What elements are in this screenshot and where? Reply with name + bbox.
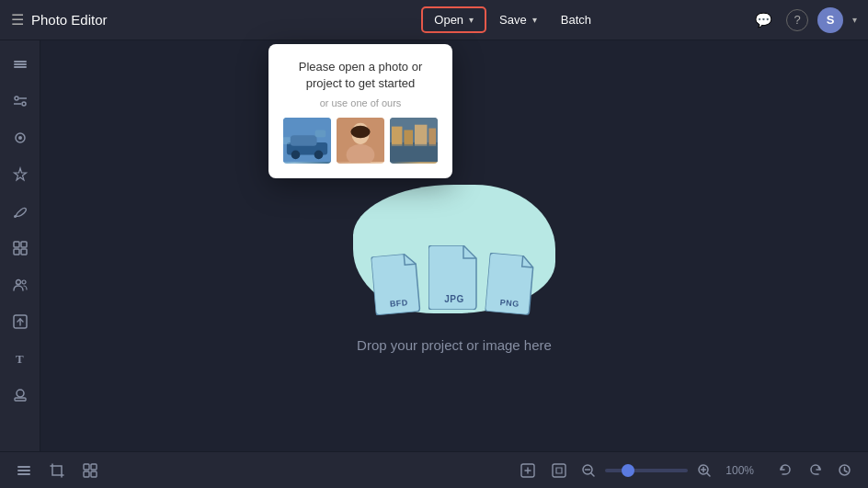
svg-rect-6 [315, 131, 326, 138]
sidebar-item-people[interactable] [4, 268, 37, 301]
app-title: Photo Editor [31, 12, 108, 28]
redo-button[interactable] [802, 458, 828, 483]
svg-rect-39 [17, 466, 30, 468]
drop-zone: BFD JPG PNG [344, 176, 565, 353]
svg-point-37 [17, 390, 24, 397]
history-button[interactable] [831, 458, 857, 483]
svg-rect-28 [14, 242, 19, 247]
svg-rect-13 [392, 127, 403, 146]
undo-button[interactable] [772, 458, 798, 483]
blob-container: BFD JPG PNG [344, 176, 565, 323]
svg-rect-17 [390, 144, 438, 147]
svg-text:T: T [16, 352, 24, 366]
svg-point-33 [22, 280, 26, 284]
batch-label: Batch [561, 13, 591, 27]
layer-panel-button[interactable] [11, 458, 37, 483]
header-right: 💬 ? S ▾ [749, 6, 857, 34]
svg-rect-43 [91, 464, 97, 470]
sidebar: T [0, 40, 40, 451]
svg-rect-16 [428, 129, 436, 146]
dropdown-subtitle: or use one of ours [283, 97, 438, 108]
svg-rect-14 [404, 131, 413, 146]
svg-rect-20 [14, 66, 27, 68]
sidebar-item-adjustments[interactable] [4, 85, 37, 118]
sample-car-image[interactable] [283, 118, 331, 164]
header: ☰ Photo Editor Open ▾ Save ▾ Batch 💬 ? S… [0, 0, 868, 40]
open-chevron-icon: ▾ [469, 15, 474, 25]
sidebar-item-view[interactable] [4, 121, 37, 154]
sidebar-item-layers[interactable] [4, 48, 37, 81]
grid-button[interactable] [77, 458, 103, 483]
avatar-caret-icon[interactable]: ▾ [852, 15, 857, 25]
header-actions: Open ▾ Save ▾ Batch [421, 6, 602, 33]
comment-button[interactable]: 💬 [749, 6, 777, 34]
zoom-value: 100% [721, 464, 754, 477]
save-chevron-icon: ▾ [532, 15, 537, 25]
sample-images [283, 118, 438, 164]
file-icons: BFD JPG PNG [373, 245, 535, 313]
sidebar-item-effects[interactable] [4, 158, 37, 191]
svg-point-32 [16, 280, 20, 285]
bottom-bar: 100% [0, 451, 868, 488]
sample-person-image[interactable] [337, 118, 384, 164]
open-dropdown: Please open a photo or project to get st… [268, 44, 452, 178]
zoom-controls: 100% [515, 458, 754, 483]
sidebar-item-text[interactable]: T [4, 342, 37, 375]
sidebar-item-export[interactable] [4, 305, 37, 338]
svg-point-26 [18, 136, 22, 140]
drop-text: Drop your project or image here [357, 337, 552, 353]
canvas-area[interactable]: BFD JPG PNG [40, 40, 868, 451]
actual-size-button[interactable] [546, 458, 572, 483]
svg-rect-2 [291, 136, 317, 147]
svg-point-4 [314, 151, 324, 160]
svg-rect-18 [14, 61, 27, 62]
fit-view-button[interactable] [515, 458, 541, 483]
svg-rect-31 [21, 249, 27, 255]
svg-rect-42 [84, 464, 89, 470]
save-label: Save [499, 13, 527, 27]
svg-rect-40 [17, 470, 30, 471]
dropdown-title: Please open a photo or project to get st… [283, 59, 438, 92]
png-label: PNG [499, 298, 520, 309]
sidebar-item-stamp[interactable] [4, 379, 37, 412]
file-icon-bfd: BFD [371, 253, 423, 315]
svg-rect-38 [15, 398, 26, 401]
zoom-out-button[interactable] [577, 460, 600, 482]
undo-redo-controls [772, 458, 857, 483]
svg-rect-15 [415, 125, 427, 146]
svg-point-21 [15, 96, 18, 100]
file-icon-jpg: JPG [428, 245, 480, 310]
batch-button[interactable]: Batch [550, 8, 602, 31]
save-button[interactable]: Save ▾ [488, 8, 548, 31]
open-label: Open [434, 13, 463, 27]
avatar[interactable]: S [817, 7, 843, 33]
zoom-slider[interactable] [605, 469, 688, 472]
sidebar-item-panels[interactable] [4, 232, 37, 265]
svg-point-23 [22, 102, 26, 106]
crop-button[interactable] [44, 458, 70, 483]
svg-point-27 [14, 215, 17, 218]
svg-rect-29 [21, 242, 27, 247]
svg-rect-5 [283, 138, 291, 145]
jpg-label: JPG [444, 294, 464, 304]
svg-rect-19 [14, 63, 27, 65]
help-button[interactable]: ? [786, 9, 808, 31]
svg-point-3 [291, 151, 301, 160]
file-icon-png: PNG [485, 253, 537, 315]
bfd-label: BFD [389, 298, 408, 309]
sidebar-item-paint[interactable] [4, 195, 37, 228]
menu-icon[interactable]: ☰ [11, 11, 24, 28]
sample-canal-image[interactable] [390, 118, 438, 164]
svg-point-10 [350, 126, 370, 138]
zoom-in-button[interactable] [693, 460, 715, 482]
svg-rect-44 [84, 471, 89, 477]
svg-rect-47 [553, 464, 565, 477]
open-button[interactable]: Open ▾ [421, 6, 486, 33]
svg-rect-41 [17, 473, 30, 475]
svg-rect-30 [14, 249, 19, 255]
svg-rect-45 [91, 471, 97, 477]
